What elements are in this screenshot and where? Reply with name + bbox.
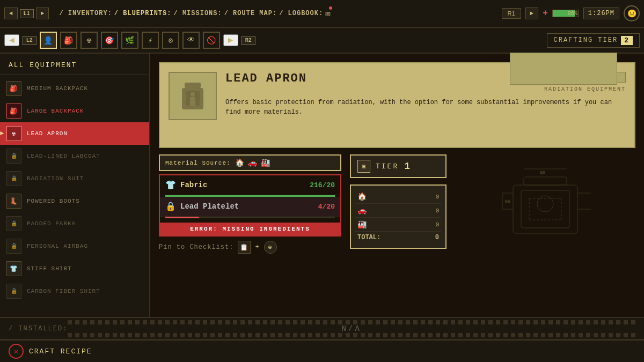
tier-label: TIER: [376, 162, 399, 171]
sidebar-item-medium-backpack[interactable]: 🎒 MEDIUM BACKPACK: [0, 77, 149, 100]
large-backpack-label: LARGE BACKPACK: [27, 108, 84, 114]
large-backpack-icon: 🎒: [6, 104, 21, 119]
error-bar: ERROR: MISSING INGREDIENTS: [160, 223, 340, 235]
mail-icon[interactable]: ✉: [325, 8, 331, 19]
factory-resource-value: 0: [435, 221, 439, 228]
sidebar-item-lead-apron[interactable]: ► ☢ LEAD APRON: [0, 122, 149, 145]
l2-badge[interactable]: L2: [23, 36, 36, 45]
installed-content: N/A: [68, 320, 635, 337]
total-resource-row: TOTAL: 0: [355, 232, 441, 243]
cat-block-icon[interactable]: 🚫: [203, 32, 220, 49]
personal-airbag-icon: 🔒: [6, 239, 21, 254]
sidebar-item-padded-parka[interactable]: 🔒 PADDED PARKA: [0, 212, 149, 235]
cat-next[interactable]: ►: [223, 34, 238, 46]
car-resource-row: 🚗 0: [355, 204, 441, 218]
material-source-bar: Material Source: 🏠 🚗 🏭: [159, 154, 341, 171]
item-stats: ☢ RADIATION RESIST 20%: [518, 72, 626, 85]
pin-checklist-label: Pin to Checklist:: [159, 243, 233, 251]
cat-gear-icon[interactable]: ⚙: [162, 32, 179, 49]
cat-lightning-icon[interactable]: ⚡: [142, 32, 159, 49]
tier-icon: ▣: [357, 160, 370, 173]
fabric-icon: 👕: [165, 180, 176, 190]
lead-apron-label: LEAD APRON: [27, 130, 68, 137]
sidebar-header: ALL EQUIPMENT: [0, 58, 149, 75]
svg-text:80: 80: [540, 170, 545, 175]
main-content: ALL EQUIPMENT 🎒 MEDIUM BACKPACK 🎒 LARGE …: [0, 54, 644, 317]
stiff-shirt-icon: 👕: [6, 261, 21, 276]
cat-radiation-icon[interactable]: ☢: [80, 32, 98, 49]
radiation-suit-label: RADIATION SUIT: [27, 175, 84, 182]
powered-boots-icon: 👢: [6, 194, 21, 209]
stiff-shirt-label: STIFF SHIRT: [27, 265, 72, 272]
nav-blueprints[interactable]: / BLUEPRINTS:: [114, 10, 172, 17]
nav-missions[interactable]: / MISSIONS:: [173, 10, 222, 17]
cat-leaf-icon[interactable]: 🌿: [121, 32, 138, 49]
lead-platelet-name: Lead Platelet: [180, 202, 314, 211]
sidebar-item-personal-airbag[interactable]: 🔒 PERSONAL AIRBAG: [0, 235, 149, 257]
sidebar: ALL EQUIPMENT 🎒 MEDIUM BACKPACK 🎒 LARGE …: [0, 54, 150, 317]
crafting-tier-number: 2: [621, 36, 633, 45]
pin-clipboard-button[interactable]: 📋: [238, 241, 251, 254]
material-source-label: Material Source:: [165, 160, 231, 166]
source-icons: 🏠 🚗 🏭: [235, 158, 270, 167]
time-display: 1:26PM: [583, 8, 619, 19]
crafting-section: Material Source: 🏠 🚗 🏭 👕 Fabric 216/20: [159, 154, 635, 258]
pin-plus: +: [255, 243, 259, 251]
nav-routemap[interactable]: / ROUTE MAP:: [224, 10, 277, 17]
resource-count-box: 🏠 0 🚗 0 🏭 0 TOTAL: 0: [350, 184, 447, 249]
health-percent: 86%: [568, 11, 577, 17]
lead-apron-svg: [174, 77, 211, 115]
cat-backpack-icon[interactable]: 🎒: [60, 32, 77, 49]
ingredient-lead-platelet-row: 🔒 Lead Platelet 4/20: [160, 197, 340, 217]
factory-resource-row: 🏭 0: [355, 218, 441, 232]
cat-target-icon[interactable]: 🎯: [101, 32, 118, 49]
house-source-icon: 🏠: [235, 158, 245, 167]
sidebar-item-stiff-shirt[interactable]: 👕 STIFF SHIRT: [0, 257, 149, 280]
car-source-icon: 🚗: [248, 158, 258, 167]
pin-checklist: Pin to Checklist: 📋 + ⊕: [159, 237, 341, 258]
craft-x-button[interactable]: ✕: [9, 344, 24, 359]
cat-prev[interactable]: ◄: [4, 34, 19, 46]
svg-rect-0: [185, 83, 201, 88]
total-label: TOTAL:: [357, 234, 380, 241]
sidebar-item-powered-boots[interactable]: 👢 POWERED BOOTS: [0, 190, 149, 212]
health-bar: 86%: [552, 10, 579, 17]
sep1: [52, 10, 56, 17]
content-panel: LEAD APRON RADIATION EQUIPMENT Offers ba…: [150, 54, 644, 317]
sidebar-item-large-backpack[interactable]: 🎒 LARGE BACKPACK: [0, 100, 149, 122]
sidebar-item-radiation-suit[interactable]: 🔒 RADIATION SUIT: [0, 167, 149, 190]
l1-badge[interactable]: L1: [20, 9, 34, 18]
house-resource-icon: 🏠: [357, 192, 367, 201]
sidebar-item-lead-lined-labcoat[interactable]: 🔒 LEAD-LINED LABCOAT: [0, 145, 149, 167]
sidebar-item-carbon-fiber-shirt[interactable]: 🔒 CARBON FIBER SHIRT: [0, 280, 149, 302]
ingredients-box: 👕 Fabric 216/20 🔒 Lead Platelet 4/20: [159, 174, 341, 237]
carbon-fiber-shirt-label: CARBON FIBER SHIRT: [27, 288, 100, 294]
powered-boots-label: POWERED BOOTS: [27, 198, 80, 204]
item-category: RADIATION EQUIPMENT: [225, 86, 626, 92]
factory-resource-icon: 🏭: [357, 220, 367, 229]
health-plus-icon: +: [543, 9, 548, 18]
prev-button[interactable]: ◄: [4, 8, 18, 19]
r1-button[interactable]: R1: [502, 8, 521, 19]
r2-badge[interactable]: R2: [241, 36, 255, 45]
lead-apron-icon: ☢: [6, 126, 21, 141]
item-description: Offers basic protection from radiation, …: [225, 98, 626, 117]
installed-value: N/A: [342, 324, 362, 333]
car-resource-icon: 🚗: [357, 206, 367, 215]
nav-logbook[interactable]: / LOGBOOK:: [279, 10, 323, 17]
cat-person-icon[interactable]: 👤: [40, 32, 57, 49]
r1-next-button[interactable]: ►: [525, 8, 539, 19]
installed-label: / INSTALLED:: [9, 325, 68, 333]
car-resource-value: 0: [435, 208, 439, 214]
next-button[interactable]: ►: [36, 8, 49, 19]
cat-eye-icon[interactable]: 👁: [182, 32, 200, 49]
item-detail-card: LEAD APRON RADIATION EQUIPMENT Offers ba…: [159, 62, 635, 148]
tier-box: ▣ TIER 1: [350, 154, 447, 178]
craft-recipe-bar: ✕ CRAFT RECIPE: [0, 339, 644, 362]
tier-panel: ▣ TIER 1 🏠 0 🚗 0 🏭 0: [350, 154, 447, 258]
nav-inventory[interactable]: / INVENTORY:: [59, 10, 112, 17]
category-bar: ◄ L2 👤 🎒 ☢ 🎯 🌿 ⚡ ⚙ 👁 🚫 ► R2 CRAFTING TIE…: [0, 28, 644, 54]
carbon-fiber-shirt-icon: 🔒: [6, 284, 21, 299]
svg-point-3: [190, 92, 195, 97]
pin-circle-button[interactable]: ⊕: [264, 241, 277, 254]
